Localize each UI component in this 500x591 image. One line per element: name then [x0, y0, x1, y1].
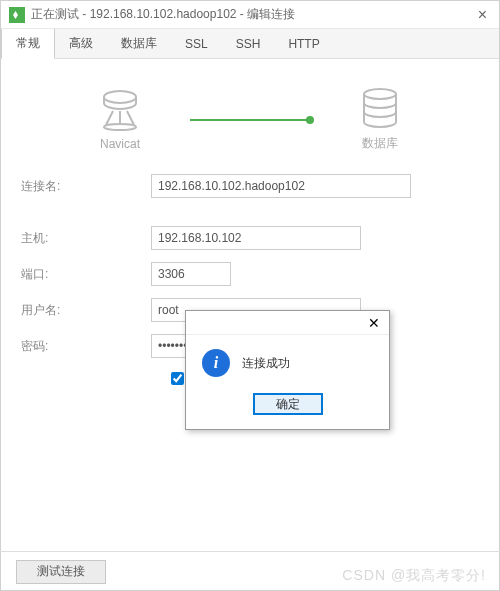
info-icon: i [202, 349, 230, 377]
tab-database[interactable]: 数据库 [107, 29, 171, 58]
tabs: 常规 高级 数据库 SSL SSH HTTP [1, 29, 499, 59]
conn-name-label: 连接名: [21, 178, 151, 195]
tab-ssl[interactable]: SSL [171, 29, 222, 58]
user-label: 用户名: [21, 302, 151, 319]
titlebar: 正在测试 - 192.168.10.102.hadoop102 - 编辑连接 × [1, 1, 499, 29]
svg-point-0 [104, 91, 136, 103]
connection-diagram: Navicat 数据库 [1, 59, 499, 162]
save-password-checkbox[interactable] [171, 372, 184, 385]
port-input[interactable] [151, 262, 231, 286]
svg-point-1 [104, 124, 136, 130]
navicat-icon [95, 89, 145, 131]
diagram-right-label: 数据库 [362, 135, 398, 152]
close-icon[interactable]: × [474, 6, 491, 24]
database-icon [358, 87, 402, 129]
watermark: CSDN @我高考零分! [342, 567, 486, 585]
diagram-left-label: Navicat [100, 137, 140, 151]
tab-http[interactable]: HTTP [274, 29, 333, 58]
port-label: 端口: [21, 266, 151, 283]
app-icon [9, 7, 25, 23]
test-connection-button[interactable]: 测试连接 [16, 560, 106, 584]
tab-general[interactable]: 常规 [1, 29, 55, 59]
dialog-ok-button[interactable]: 确定 [253, 393, 323, 415]
host-input[interactable] [151, 226, 361, 250]
pass-label: 密码: [21, 338, 151, 355]
svg-point-2 [364, 89, 396, 99]
conn-name-input[interactable] [151, 174, 411, 198]
dialog-message: 连接成功 [242, 355, 290, 372]
host-label: 主机: [21, 230, 151, 247]
dialog-titlebar: ✕ [186, 311, 389, 335]
message-dialog: ✕ i 连接成功 确定 [185, 310, 390, 430]
tab-advanced[interactable]: 高级 [55, 29, 107, 58]
connection-line [190, 119, 310, 121]
tab-ssh[interactable]: SSH [222, 29, 275, 58]
dialog-close-icon[interactable]: ✕ [359, 315, 389, 331]
window-title: 正在测试 - 192.168.10.102.hadoop102 - 编辑连接 [31, 6, 474, 23]
